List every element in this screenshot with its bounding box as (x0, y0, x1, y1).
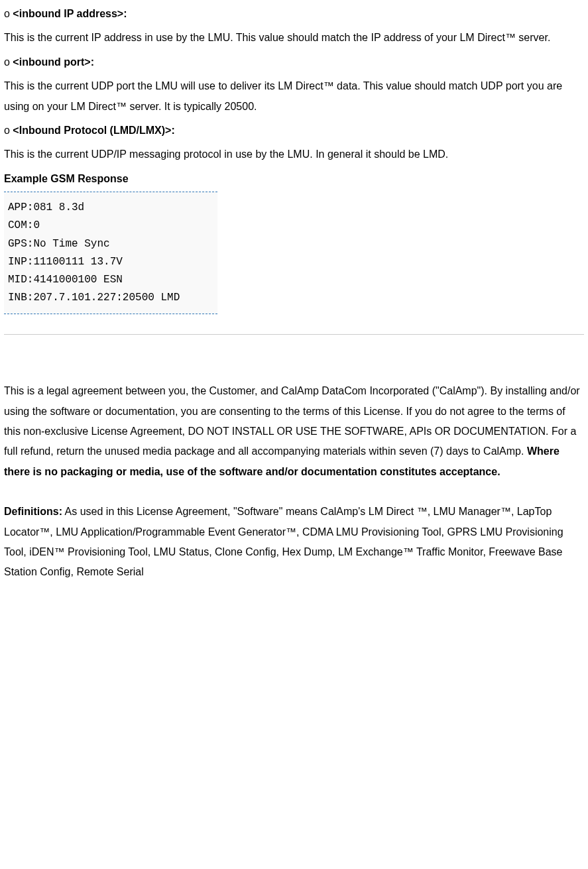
bullet-prefix: o (4, 56, 13, 68)
field-label-row: o <inbound IP address>: (4, 4, 584, 24)
field-label-row: o <inbound port>: (4, 52, 584, 72)
legal-intro-text: This is a legal agreement between you, t… (4, 385, 580, 457)
bullet-prefix: o (4, 125, 13, 136)
field-description: This is the current UDP/IP messaging pro… (4, 145, 584, 164)
field-item: o <inbound IP address>: This is the curr… (4, 4, 584, 48)
field-description: This is the current UDP port the LMU wil… (4, 76, 584, 117)
code-example: APP:081 8.3d COM:0 GPS:No Time Sync INP:… (4, 192, 217, 314)
section-divider (4, 334, 584, 335)
field-description: This is the current IP address in use by… (4, 28, 584, 48)
field-label-row: o <Inbound Protocol (LMD/LMX)>: (4, 121, 584, 141)
example-heading: Example GSM Response (4, 169, 584, 189)
field-label: <inbound port>: (13, 56, 94, 68)
bullet-prefix: o (4, 8, 13, 19)
legal-intro: This is a legal agreement between you, t… (4, 381, 584, 482)
field-label: <Inbound Protocol (LMD/LMX)>: (13, 125, 174, 136)
definitions-text: As used in this License Agreement, "Soft… (4, 506, 563, 577)
field-item: o <Inbound Protocol (LMD/LMX)>: This is … (4, 121, 584, 165)
definitions-label: Definitions: (4, 506, 62, 517)
field-label: <inbound IP address>: (13, 8, 127, 19)
legal-definitions: Definitions: As used in this License Agr… (4, 502, 584, 583)
field-item: o <inbound port>: This is the current UD… (4, 52, 584, 117)
